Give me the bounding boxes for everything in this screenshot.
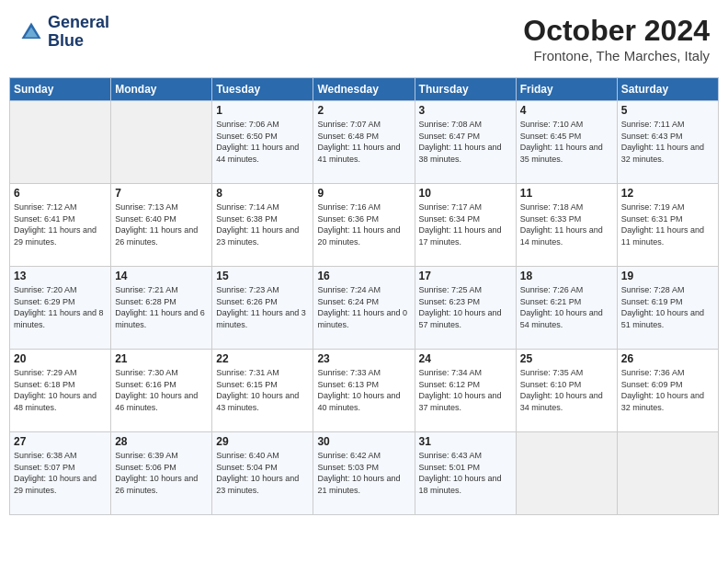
calendar-day-cell: 20Sunrise: 7:29 AMSunset: 6:18 PMDayligh… — [10, 350, 111, 432]
calendar-day-cell: 3Sunrise: 7:08 AMSunset: 6:47 PMDaylight… — [415, 101, 516, 184]
day-info: Sunrise: 7:12 AMSunset: 6:41 PMDaylight:… — [14, 201, 107, 247]
calendar-day-cell: 18Sunrise: 7:26 AMSunset: 6:21 PMDayligh… — [516, 267, 617, 350]
day-info: Sunrise: 7:19 AMSunset: 6:31 PMDaylight:… — [621, 201, 714, 247]
day-number: 21 — [115, 352, 208, 365]
day-number: 18 — [520, 270, 613, 282]
logo: General Blue — [18, 14, 109, 51]
calendar-day-cell: 25Sunrise: 7:35 AMSunset: 6:10 PMDayligh… — [516, 350, 617, 432]
day-info: Sunrise: 6:40 AMSunset: 5:04 PMDaylight:… — [216, 450, 309, 496]
calendar-day-cell: 8Sunrise: 7:14 AMSunset: 6:38 PMDaylight… — [212, 184, 313, 267]
day-number: 7 — [115, 187, 208, 200]
calendar-day-cell: 6Sunrise: 7:12 AMSunset: 6:41 PMDaylight… — [10, 184, 111, 267]
calendar-day-cell: 17Sunrise: 7:25 AMSunset: 6:23 PMDayligh… — [415, 267, 516, 350]
day-of-week-header: Tuesday — [212, 78, 313, 101]
day-info: Sunrise: 7:21 AMSunset: 6:28 PMDaylight:… — [115, 284, 208, 330]
calendar-week-row: 1Sunrise: 7:06 AMSunset: 6:50 PMDaylight… — [10, 101, 719, 184]
day-info: Sunrise: 7:25 AMSunset: 6:23 PMDaylight:… — [419, 284, 512, 330]
day-info: Sunrise: 7:36 AMSunset: 6:09 PMDaylight:… — [621, 367, 714, 413]
title-block: October 2024 Frontone, The Marches, Ital… — [523, 14, 710, 63]
day-info: Sunrise: 7:18 AMSunset: 6:33 PMDaylight:… — [520, 201, 613, 247]
day-number: 8 — [216, 187, 309, 200]
day-info: Sunrise: 7:07 AMSunset: 6:48 PMDaylight:… — [317, 119, 410, 165]
day-of-week-header: Wednesday — [313, 78, 415, 101]
calendar-day-cell: 4Sunrise: 7:10 AMSunset: 6:45 PMDaylight… — [516, 101, 617, 184]
location: Frontone, The Marches, Italy — [523, 48, 710, 63]
calendar-week-row: 13Sunrise: 7:20 AMSunset: 6:29 PMDayligh… — [10, 267, 719, 350]
day-number: 19 — [621, 270, 714, 282]
calendar-day-cell: 1Sunrise: 7:06 AMSunset: 6:50 PMDaylight… — [212, 101, 313, 184]
calendar-table: SundayMondayTuesdayWednesdayThursdayFrid… — [9, 77, 719, 515]
calendar-day-cell: 28Sunrise: 6:39 AMSunset: 5:06 PMDayligh… — [111, 432, 212, 515]
day-number: 24 — [419, 352, 512, 365]
day-info: Sunrise: 7:10 AMSunset: 6:45 PMDaylight:… — [520, 119, 613, 165]
logo-text: General Blue — [48, 14, 109, 51]
day-info: Sunrise: 7:33 AMSunset: 6:13 PMDaylight:… — [317, 367, 410, 413]
calendar-day-cell — [10, 101, 111, 184]
day-info: Sunrise: 7:23 AMSunset: 6:26 PMDaylight:… — [216, 284, 309, 330]
day-number: 12 — [621, 187, 714, 200]
calendar-day-cell — [617, 432, 718, 515]
day-number: 6 — [14, 187, 107, 200]
day-info: Sunrise: 7:17 AMSunset: 6:34 PMDaylight:… — [419, 201, 512, 247]
day-number: 17 — [419, 270, 512, 282]
day-info: Sunrise: 7:30 AMSunset: 6:16 PMDaylight:… — [115, 367, 208, 413]
calendar-day-cell: 11Sunrise: 7:18 AMSunset: 6:33 PMDayligh… — [516, 184, 617, 267]
day-info: Sunrise: 7:20 AMSunset: 6:29 PMDaylight:… — [14, 284, 107, 330]
calendar-day-cell: 2Sunrise: 7:07 AMSunset: 6:48 PMDaylight… — [313, 101, 415, 184]
day-info: Sunrise: 7:29 AMSunset: 6:18 PMDaylight:… — [14, 367, 107, 413]
calendar-day-cell: 22Sunrise: 7:31 AMSunset: 6:15 PMDayligh… — [212, 350, 313, 432]
day-info: Sunrise: 7:11 AMSunset: 6:43 PMDaylight:… — [621, 119, 714, 165]
day-info: Sunrise: 6:42 AMSunset: 5:03 PMDaylight:… — [317, 450, 410, 496]
calendar-day-cell: 14Sunrise: 7:21 AMSunset: 6:28 PMDayligh… — [111, 267, 212, 350]
day-number: 26 — [621, 352, 714, 365]
calendar-day-cell: 19Sunrise: 7:28 AMSunset: 6:19 PMDayligh… — [617, 267, 718, 350]
day-number: 29 — [216, 435, 309, 448]
calendar-day-cell: 16Sunrise: 7:24 AMSunset: 6:24 PMDayligh… — [313, 267, 415, 350]
day-number: 11 — [520, 187, 613, 200]
calendar-day-cell: 26Sunrise: 7:36 AMSunset: 6:09 PMDayligh… — [617, 350, 718, 432]
day-info: Sunrise: 7:28 AMSunset: 6:19 PMDaylight:… — [621, 284, 714, 330]
month-title: October 2024 — [523, 14, 710, 48]
day-number: 3 — [419, 104, 512, 117]
day-number: 14 — [115, 270, 208, 282]
day-number: 15 — [216, 270, 309, 282]
day-info: Sunrise: 7:24 AMSunset: 6:24 PMDaylight:… — [317, 284, 410, 330]
day-info: Sunrise: 7:13 AMSunset: 6:40 PMDaylight:… — [115, 201, 208, 247]
calendar-day-cell: 27Sunrise: 6:38 AMSunset: 5:07 PMDayligh… — [10, 432, 111, 515]
day-number: 13 — [14, 270, 107, 282]
day-number: 4 — [520, 104, 613, 117]
calendar-day-cell: 12Sunrise: 7:19 AMSunset: 6:31 PMDayligh… — [617, 184, 718, 267]
calendar-day-cell: 21Sunrise: 7:30 AMSunset: 6:16 PMDayligh… — [111, 350, 212, 432]
day-number: 10 — [419, 187, 512, 200]
day-of-week-header: Thursday — [415, 78, 516, 101]
day-number: 2 — [317, 104, 410, 117]
day-info: Sunrise: 7:14 AMSunset: 6:38 PMDaylight:… — [216, 201, 309, 247]
day-of-week-header: Monday — [111, 78, 212, 101]
calendar-day-cell: 13Sunrise: 7:20 AMSunset: 6:29 PMDayligh… — [10, 267, 111, 350]
day-number: 31 — [419, 435, 512, 448]
calendar-header-row: SundayMondayTuesdayWednesdayThursdayFrid… — [10, 78, 719, 101]
calendar-week-row: 20Sunrise: 7:29 AMSunset: 6:18 PMDayligh… — [10, 350, 719, 432]
calendar-day-cell: 24Sunrise: 7:34 AMSunset: 6:12 PMDayligh… — [415, 350, 516, 432]
calendar-day-cell: 5Sunrise: 7:11 AMSunset: 6:43 PMDaylight… — [617, 101, 718, 184]
day-of-week-header: Friday — [516, 78, 617, 101]
day-number: 1 — [216, 104, 309, 117]
calendar-day-cell: 9Sunrise: 7:16 AMSunset: 6:36 PMDaylight… — [313, 184, 415, 267]
calendar-week-row: 27Sunrise: 6:38 AMSunset: 5:07 PMDayligh… — [10, 432, 719, 515]
day-info: Sunrise: 7:35 AMSunset: 6:10 PMDaylight:… — [520, 367, 613, 413]
calendar-body: 1Sunrise: 7:06 AMSunset: 6:50 PMDaylight… — [10, 101, 719, 515]
day-number: 5 — [621, 104, 714, 117]
day-number: 30 — [317, 435, 410, 448]
day-of-week-header: Saturday — [617, 78, 718, 101]
calendar-day-cell — [111, 101, 212, 184]
calendar-day-cell: 30Sunrise: 6:42 AMSunset: 5:03 PMDayligh… — [313, 432, 415, 515]
calendar-day-cell: 7Sunrise: 7:13 AMSunset: 6:40 PMDaylight… — [111, 184, 212, 267]
day-info: Sunrise: 7:08 AMSunset: 6:47 PMDaylight:… — [419, 119, 512, 165]
calendar-day-cell: 15Sunrise: 7:23 AMSunset: 6:26 PMDayligh… — [212, 267, 313, 350]
day-info: Sunrise: 6:39 AMSunset: 5:06 PMDaylight:… — [115, 450, 208, 496]
calendar-day-cell: 23Sunrise: 7:33 AMSunset: 6:13 PMDayligh… — [313, 350, 415, 432]
page-header: General Blue October 2024 Frontone, The … — [9, 9, 719, 68]
day-info: Sunrise: 7:26 AMSunset: 6:21 PMDaylight:… — [520, 284, 613, 330]
day-info: Sunrise: 7:31 AMSunset: 6:15 PMDaylight:… — [216, 367, 309, 413]
day-number: 23 — [317, 352, 410, 365]
